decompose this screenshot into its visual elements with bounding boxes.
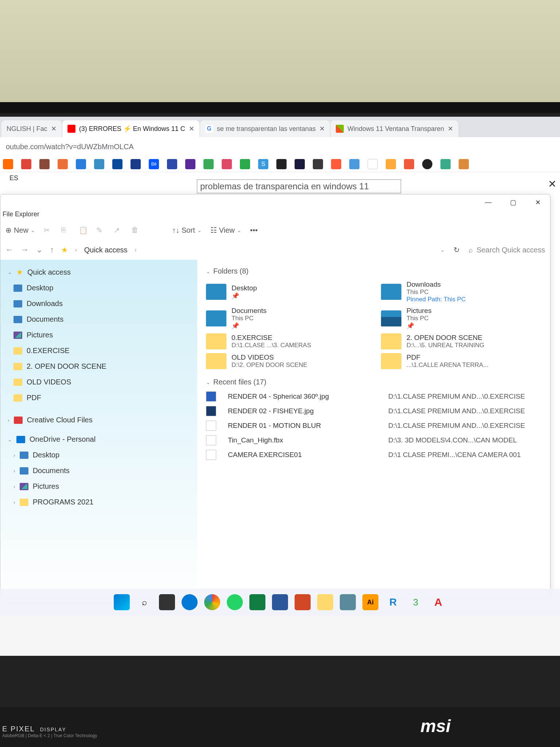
- bookmark-icon[interactable]: [368, 159, 378, 169]
- app-icon[interactable]: 3: [408, 594, 424, 610]
- maximize-button[interactable]: ▢: [506, 198, 520, 206]
- paste-icon[interactable]: 📋: [79, 226, 88, 235]
- minimize-button[interactable]: —: [481, 198, 495, 206]
- sidebar-item[interactable]: ›Documents: [0, 463, 197, 479]
- chevron-down-icon[interactable]: ⌄: [440, 247, 445, 253]
- folder-item[interactable]: 0.EXERCISED:\1.CLASE ...\3. CAMERAS: [206, 333, 366, 349]
- tab-2[interactable]: (3) ERRORES ⚡ En Windows 11 C ✕: [62, 120, 199, 137]
- bookmark-icon[interactable]: [58, 159, 68, 169]
- sidebar-item-folder[interactable]: 2. OPEN DOOR SCENE: [0, 359, 197, 374]
- whatsapp-icon[interactable]: [227, 594, 243, 610]
- bookmark-icon[interactable]: [3, 159, 13, 169]
- file-name[interactable]: RENDER 02 - FISHEYE.jpg: [228, 407, 381, 415]
- folders-section-header[interactable]: ⌄Folders (8): [206, 267, 541, 275]
- file-name[interactable]: CAMERA EXERCISE01: [228, 451, 381, 459]
- folder-pictures[interactable]: PicturesThis PC📌: [381, 307, 541, 330]
- forward-button[interactable]: →: [21, 245, 29, 255]
- sidebar-item-desktop[interactable]: Desktop: [0, 280, 197, 296]
- sidebar-item-folder[interactable]: OLD VIDEOS: [0, 374, 197, 390]
- sort-button[interactable]: ↑↓ Sort ⌄: [172, 226, 202, 235]
- delete-icon[interactable]: 🗑: [131, 226, 140, 235]
- bookmark-icon[interactable]: [386, 159, 396, 169]
- close-icon[interactable]: ✕: [548, 178, 556, 190]
- app-icon[interactable]: [340, 594, 356, 610]
- app-icon[interactable]: R: [385, 594, 401, 610]
- bookmark-icon[interactable]: [203, 159, 214, 169]
- file-name[interactable]: RENDER 04 - Spherical 360º.jpg: [228, 392, 381, 400]
- bookmark-icon[interactable]: [131, 159, 141, 169]
- close-button[interactable]: ✕: [530, 198, 545, 206]
- copy-icon[interactable]: ⎘: [61, 226, 70, 235]
- bookmark-icon[interactable]: [276, 159, 287, 169]
- illustrator-icon[interactable]: Ai: [362, 594, 378, 610]
- sidebar-item-folder[interactable]: 0.EXERCISE: [0, 343, 197, 359]
- search-input[interactable]: ⌕ Search Quick access: [468, 246, 545, 254]
- file-name[interactable]: RENDER 01 - MOTION BLUR: [228, 422, 381, 430]
- folder-item[interactable]: PDF...\1.CALLE ARENA TERRA...: [381, 353, 541, 369]
- bookmark-icon[interactable]: [404, 159, 414, 169]
- chat-icon[interactable]: [182, 594, 198, 610]
- powerpoint-icon[interactable]: [295, 594, 311, 610]
- close-icon[interactable]: ✕: [319, 125, 325, 133]
- view-button[interactable]: ☷ View ⌄: [210, 226, 241, 235]
- bookmark-icon[interactable]: [39, 159, 50, 169]
- word-icon[interactable]: [272, 594, 288, 610]
- more-button[interactable]: •••: [250, 226, 258, 235]
- sidebar-item-documents[interactable]: Documents: [0, 311, 197, 327]
- bookmark-icon[interactable]: [240, 159, 250, 169]
- file-name[interactable]: Tin_Can_High.fbx: [228, 436, 381, 444]
- rename-icon[interactable]: ✎: [96, 226, 105, 235]
- sidebar-item-downloads[interactable]: Downloads: [0, 296, 197, 311]
- bookmark-icon[interactable]: [349, 159, 359, 169]
- bookmark-icon[interactable]: [94, 159, 104, 169]
- folder-item[interactable]: OLD VIDEOSD:\2. OPEN DOOR SCENE: [206, 353, 366, 369]
- bookmark-icon[interactable]: [222, 159, 232, 169]
- tab-3[interactable]: G se me transparentan las ventanas ✕: [200, 120, 330, 137]
- bookmark-icon[interactable]: [422, 159, 432, 169]
- sidebar-item-folder[interactable]: PDF: [0, 390, 197, 406]
- bookmark-icon[interactable]: [167, 159, 177, 169]
- folder-item[interactable]: 2. OPEN DOOR SCENED:\...\5. UNREAL TRAIN…: [381, 333, 541, 349]
- tab-1[interactable]: NGLISH | Fac ✕: [1, 120, 62, 137]
- back-button[interactable]: ←: [5, 245, 13, 255]
- sidebar-quick-access[interactable]: ⌄ ★ Quick access: [0, 264, 197, 280]
- new-button[interactable]: ⊕ New ⌄: [5, 226, 35, 235]
- up-button[interactable]: ↑: [50, 245, 54, 255]
- bookmark-icon[interactable]: [76, 159, 86, 169]
- tab-4[interactable]: Windows 11 Ventana Transparen ✕: [331, 120, 458, 137]
- bookmark-icon[interactable]: [440, 159, 451, 169]
- explorer-icon[interactable]: [317, 594, 333, 610]
- bookmark-icon[interactable]: [313, 159, 323, 169]
- sidebar-creative-cloud[interactable]: ›Creative Cloud Files: [0, 412, 197, 428]
- close-icon[interactable]: ✕: [51, 125, 57, 133]
- bookmark-icon[interactable]: [21, 159, 31, 169]
- folder-downloads[interactable]: DownloadsThis PCPinned Path: This PC: [381, 280, 541, 303]
- task-view-button[interactable]: [159, 594, 175, 610]
- breadcrumb[interactable]: Quick access: [84, 246, 128, 254]
- close-icon[interactable]: ✕: [189, 125, 194, 133]
- cut-icon[interactable]: ✂: [44, 226, 52, 235]
- bookmark-icon[interactable]: [112, 159, 122, 169]
- sidebar-item[interactable]: ›Pictures: [0, 479, 197, 494]
- address-bar[interactable]: outube.com/watch?v=dUWZbMmOLCA: [0, 137, 560, 156]
- sidebar-item[interactable]: ›Desktop: [0, 447, 197, 463]
- search-button[interactable]: ⌕: [136, 594, 152, 610]
- bookmark-icon[interactable]: [185, 159, 195, 169]
- sidebar-item[interactable]: ›PROGRAMS 2021: [0, 494, 197, 510]
- bookmark-icon[interactable]: [459, 159, 469, 169]
- bookmark-icon[interactable]: [295, 159, 305, 169]
- recent-button[interactable]: ⌄: [36, 245, 43, 255]
- skype-icon[interactable]: S: [258, 159, 268, 169]
- start-button[interactable]: [114, 594, 130, 610]
- refresh-button[interactable]: ↻: [454, 245, 460, 254]
- page-search-input[interactable]: problemas de transparencia en windows 11: [197, 179, 401, 193]
- sidebar-onedrive[interactable]: ⌄OneDrive - Personal: [0, 431, 197, 447]
- behance-icon[interactable]: Bē: [149, 159, 159, 169]
- sidebar-item-pictures[interactable]: Pictures: [0, 327, 197, 343]
- chrome-icon[interactable]: [204, 594, 220, 610]
- excel-icon[interactable]: [249, 594, 265, 610]
- close-icon[interactable]: ✕: [448, 125, 453, 133]
- folder-documents[interactable]: DocumentsThis PC📌: [206, 307, 366, 330]
- share-icon[interactable]: ↗: [114, 226, 122, 235]
- app-icon[interactable]: A: [430, 594, 446, 610]
